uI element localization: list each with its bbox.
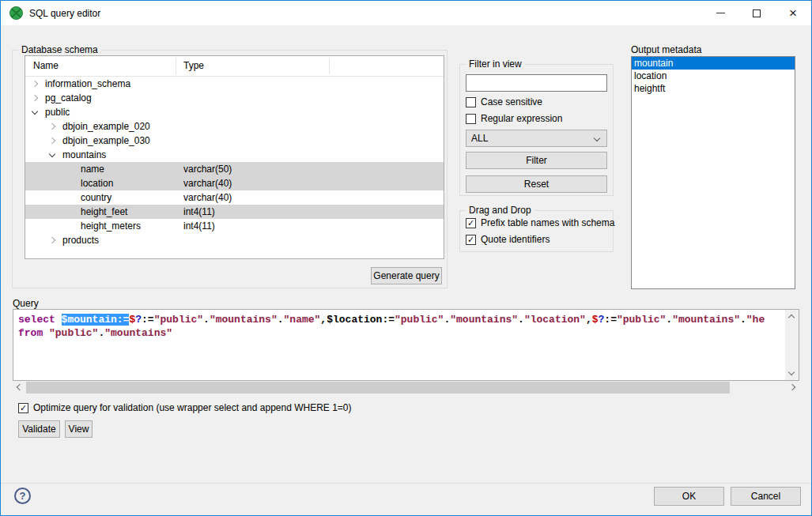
metadata-item-heightft[interactable]: heightft [632, 82, 795, 95]
query-token: . [203, 314, 210, 326]
cancel-button[interactable]: Cancel [731, 487, 801, 506]
minimize-icon [716, 13, 725, 13]
case-sensitive-label: Case sensitive [481, 96, 542, 107]
optimize-query-label: Optimize query for validation (use wrapp… [33, 402, 352, 413]
scroll-down-icon[interactable] [788, 369, 795, 375]
tree-header: Name Type [25, 56, 444, 77]
output-metadata-list[interactable]: mountainlocationheightft [631, 56, 795, 289]
validate-button[interactable]: Validate [18, 420, 60, 438]
tree-row-products[interactable]: products [25, 233, 444, 247]
checkbox-box [466, 114, 476, 124]
query-label: Query [13, 298, 39, 309]
tree-row-name[interactable]: namevarchar(50) [25, 162, 444, 176]
tree-row-information_schema[interactable]: information_schema [25, 77, 444, 91]
tree-row-height_feet[interactable]: height_feetint4(11) [25, 205, 444, 219]
query-editor[interactable]: select $mountain:=$?:="public"."mountain… [13, 309, 799, 381]
checkbox-box [466, 235, 476, 245]
query-token: := [142, 314, 154, 326]
tree-cell-name: height_meters [81, 219, 141, 233]
tree-cell-name: name [81, 162, 104, 176]
filter-button[interactable]: Filter [466, 152, 607, 169]
tree-cell-name: information_schema [45, 77, 130, 91]
query-token: "public" [154, 314, 203, 326]
query-selected-text: $mountain:= [62, 314, 130, 326]
close-button[interactable]: × [775, 1, 811, 25]
scroll-up-icon[interactable] [788, 314, 795, 321]
query-token: "he [746, 314, 765, 326]
chevron-right-icon[interactable] [49, 123, 55, 130]
database-schema-label: Database schema [18, 44, 101, 55]
regular-expression-label: Regular expression [481, 113, 562, 124]
query-vertical-scrollbar[interactable] [785, 310, 799, 380]
chevron-right-icon[interactable] [49, 237, 55, 243]
quote-identifiers-label: Quote identifiers [481, 234, 550, 245]
schema-tree[interactable]: Name Type information_schemapg_catalogpu… [25, 55, 444, 259]
help-button[interactable]: ? [14, 488, 31, 504]
column-header-type[interactable]: Type [183, 60, 204, 71]
scroll-right-icon[interactable] [789, 384, 795, 390]
query-token: , [320, 314, 327, 326]
query-token: $location:= [327, 314, 395, 326]
tree-cell-type: int4(11) [183, 219, 215, 233]
drag-and-drop-group: Drag and Drop [459, 210, 614, 252]
tree-cell-type: varchar(50) [183, 162, 232, 176]
tree-cell-name: location [81, 176, 113, 190]
filter-scope-dropdown[interactable]: ALL [466, 130, 607, 147]
tree-cell-name: products [62, 233, 99, 247]
ok-button[interactable]: OK [654, 487, 724, 506]
query-token: "public" [49, 327, 98, 339]
chevron-down-icon [594, 135, 600, 141]
column-header-name[interactable]: Name [33, 60, 59, 71]
tree-body: information_schemapg_catalogpublicdbjoin… [25, 77, 444, 247]
filter-input[interactable] [466, 74, 607, 92]
scroll-left-icon[interactable] [17, 384, 23, 390]
tree-row-height_meters[interactable]: height_metersint4(11) [25, 219, 444, 233]
query-token: "mountains" [104, 327, 172, 339]
query-token: "location" [524, 314, 586, 326]
chevron-right-icon[interactable] [32, 81, 38, 87]
query-line: from "public"."mountains" [18, 326, 783, 340]
query-token: "public" [395, 314, 444, 326]
regular-expression-checkbox[interactable]: Regular expression [466, 113, 562, 124]
query-line: select $mountain:=$?:="public"."mountain… [18, 313, 783, 326]
generate-query-button[interactable]: Generate query [371, 267, 442, 284]
scrollbar-thumb[interactable] [26, 382, 730, 394]
chevron-down-icon[interactable] [32, 108, 38, 115]
tree-row-dbjoin_example_020[interactable]: dbjoin_example_020 [25, 119, 444, 134]
tree-row-location[interactable]: locationvarchar(40) [25, 176, 444, 190]
tree-row-dbjoin_example_030[interactable]: dbjoin_example_030 [25, 134, 444, 148]
tree-cell-name: public [45, 105, 70, 119]
minimize-button[interactable] [702, 1, 738, 25]
view-button[interactable]: View [65, 420, 93, 438]
chevron-right-icon[interactable] [49, 137, 55, 144]
tree-cell-name: pg_catalog [45, 91, 92, 105]
reset-button[interactable]: Reset [466, 175, 607, 193]
query-horizontal-scrollbar[interactable] [13, 381, 799, 394]
metadata-item-mountain[interactable]: mountain [632, 57, 795, 70]
tree-row-mountains[interactable]: mountains [25, 148, 444, 162]
query-text[interactable]: select $mountain:=$?:="public"."mountain… [18, 313, 783, 340]
tree-cell-name: country [81, 190, 111, 205]
title-bar: SQL query editor × [1, 1, 811, 25]
optimize-query-checkbox[interactable]: Optimize query for validation (use wrapp… [18, 402, 352, 413]
tree-row-pg_catalog[interactable]: pg_catalog [25, 91, 444, 105]
prefix-table-names-checkbox[interactable]: Prefix table names with schema [466, 217, 614, 228]
chevron-right-icon[interactable] [32, 95, 38, 101]
chevron-down-icon[interactable] [49, 151, 55, 157]
tree-row-country[interactable]: countryvarchar(40) [25, 190, 444, 205]
tree-row-public[interactable]: public [25, 105, 444, 119]
query-token: "mountains" [672, 314, 740, 326]
maximize-button[interactable] [738, 1, 775, 25]
tree-cell-name: height_feet [81, 205, 127, 219]
quote-identifiers-checkbox[interactable]: Quote identifiers [466, 234, 550, 245]
column-separator[interactable] [329, 58, 330, 74]
metadata-item-location[interactable]: location [632, 70, 795, 82]
query-token: . [278, 314, 284, 326]
query-token: ? [135, 314, 142, 326]
case-sensitive-checkbox[interactable]: Case sensitive [466, 96, 542, 107]
query-token: , [586, 314, 592, 326]
filter-in-view-label: Filter in view [466, 58, 525, 70]
query-token: := [604, 314, 617, 326]
prefix-table-names-label: Prefix table names with schema [481, 217, 614, 228]
column-separator[interactable] [176, 58, 176, 74]
